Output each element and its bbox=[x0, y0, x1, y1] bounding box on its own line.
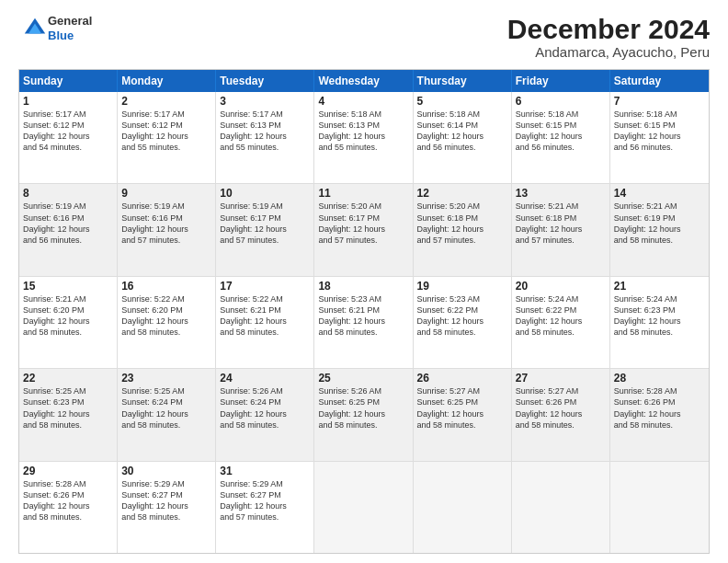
day-number: 21 bbox=[614, 280, 705, 293]
day-number: 25 bbox=[318, 372, 408, 385]
calendar-cell: 2Sunrise: 5:17 AM Sunset: 6:12 PM Daylig… bbox=[118, 92, 216, 183]
calendar-cell: 10Sunrise: 5:19 AM Sunset: 6:17 PM Dayli… bbox=[216, 184, 314, 275]
day-number: 29 bbox=[23, 465, 113, 477]
calendar-cell: 1Sunrise: 5:17 AM Sunset: 6:12 PM Daylig… bbox=[19, 92, 118, 183]
calendar-row: 29Sunrise: 5:28 AM Sunset: 6:26 PM Dayli… bbox=[19, 461, 709, 553]
day-number: 12 bbox=[417, 187, 507, 200]
calendar-header-cell: Monday bbox=[118, 70, 216, 92]
page: General Blue December 2024 Andamarca, Ay… bbox=[0, 0, 728, 563]
day-info: Sunrise: 5:18 AM Sunset: 6:13 PM Dayligh… bbox=[318, 109, 408, 154]
day-number: 14 bbox=[614, 187, 705, 200]
day-info: Sunrise: 5:19 AM Sunset: 6:16 PM Dayligh… bbox=[23, 201, 113, 246]
calendar-cell: 22Sunrise: 5:25 AM Sunset: 6:23 PM Dayli… bbox=[19, 369, 118, 460]
logo-text: General Blue bbox=[48, 14, 92, 42]
calendar-cell: 9Sunrise: 5:19 AM Sunset: 6:16 PM Daylig… bbox=[118, 184, 216, 275]
day-info: Sunrise: 5:23 AM Sunset: 6:22 PM Dayligh… bbox=[417, 293, 507, 339]
header: General Blue December 2024 Andamarca, Ay… bbox=[18, 14, 710, 60]
day-number: 3 bbox=[220, 95, 310, 108]
calendar-cell: 14Sunrise: 5:21 AM Sunset: 6:19 PM Dayli… bbox=[610, 184, 709, 275]
day-number: 5 bbox=[417, 95, 507, 108]
day-number: 27 bbox=[516, 372, 606, 385]
day-info: Sunrise: 5:18 AM Sunset: 6:14 PM Dayligh… bbox=[417, 109, 507, 154]
calendar-cell: 30Sunrise: 5:29 AM Sunset: 6:27 PM Dayli… bbox=[118, 462, 216, 553]
calendar-cell: 24Sunrise: 5:26 AM Sunset: 6:24 PM Dayli… bbox=[216, 369, 314, 460]
calendar-cell bbox=[610, 462, 709, 553]
calendar-cell: 6Sunrise: 5:18 AM Sunset: 6:15 PM Daylig… bbox=[512, 92, 610, 183]
day-number: 16 bbox=[121, 280, 211, 293]
calendar-cell: 12Sunrise: 5:20 AM Sunset: 6:18 PM Dayli… bbox=[414, 184, 512, 275]
day-info: Sunrise: 5:18 AM Sunset: 6:15 PM Dayligh… bbox=[516, 109, 606, 154]
day-number: 31 bbox=[220, 465, 310, 477]
day-info: Sunrise: 5:27 AM Sunset: 6:26 PM Dayligh… bbox=[516, 385, 606, 431]
calendar-cell: 18Sunrise: 5:23 AM Sunset: 6:21 PM Dayli… bbox=[314, 277, 413, 368]
calendar-row: 15Sunrise: 5:21 AM Sunset: 6:20 PM Dayli… bbox=[19, 276, 709, 368]
calendar-cell: 7Sunrise: 5:18 AM Sunset: 6:15 PM Daylig… bbox=[610, 92, 709, 183]
day-number: 1 bbox=[23, 95, 113, 108]
day-number: 2 bbox=[121, 95, 211, 108]
calendar-cell: 26Sunrise: 5:27 AM Sunset: 6:25 PM Dayli… bbox=[414, 369, 512, 460]
day-number: 8 bbox=[23, 187, 113, 200]
day-info: Sunrise: 5:26 AM Sunset: 6:24 PM Dayligh… bbox=[220, 385, 310, 431]
day-info: Sunrise: 5:20 AM Sunset: 6:18 PM Dayligh… bbox=[417, 201, 507, 246]
day-info: Sunrise: 5:19 AM Sunset: 6:16 PM Dayligh… bbox=[121, 201, 211, 246]
day-number: 24 bbox=[220, 372, 310, 385]
day-info: Sunrise: 5:17 AM Sunset: 6:13 PM Dayligh… bbox=[220, 109, 310, 154]
day-info: Sunrise: 5:19 AM Sunset: 6:17 PM Dayligh… bbox=[220, 201, 310, 246]
page-title: December 2024 bbox=[507, 14, 710, 44]
day-info: Sunrise: 5:25 AM Sunset: 6:24 PM Dayligh… bbox=[121, 385, 211, 431]
day-info: Sunrise: 5:21 AM Sunset: 6:20 PM Dayligh… bbox=[23, 293, 113, 339]
day-number: 9 bbox=[121, 187, 211, 200]
calendar-cell: 13Sunrise: 5:21 AM Sunset: 6:18 PM Dayli… bbox=[512, 184, 610, 275]
day-number: 18 bbox=[318, 280, 408, 293]
calendar-cell: 29Sunrise: 5:28 AM Sunset: 6:26 PM Dayli… bbox=[19, 462, 118, 553]
day-number: 28 bbox=[614, 372, 705, 385]
calendar-header-cell: Tuesday bbox=[216, 70, 314, 92]
day-info: Sunrise: 5:27 AM Sunset: 6:25 PM Dayligh… bbox=[417, 385, 507, 431]
day-info: Sunrise: 5:29 AM Sunset: 6:27 PM Dayligh… bbox=[121, 478, 211, 523]
logo-blue: Blue bbox=[48, 29, 92, 43]
calendar-cell bbox=[512, 462, 610, 553]
calendar-cell: 5Sunrise: 5:18 AM Sunset: 6:14 PM Daylig… bbox=[414, 92, 512, 183]
day-info: Sunrise: 5:28 AM Sunset: 6:26 PM Dayligh… bbox=[614, 385, 705, 431]
day-number: 15 bbox=[23, 280, 113, 293]
calendar-cell: 25Sunrise: 5:26 AM Sunset: 6:25 PM Dayli… bbox=[314, 369, 413, 460]
logo: General Blue bbox=[18, 14, 92, 42]
calendar-cell: 28Sunrise: 5:28 AM Sunset: 6:26 PM Dayli… bbox=[610, 369, 709, 460]
day-number: 6 bbox=[516, 95, 606, 108]
day-number: 30 bbox=[121, 465, 211, 477]
day-number: 26 bbox=[417, 372, 507, 385]
day-info: Sunrise: 5:24 AM Sunset: 6:23 PM Dayligh… bbox=[614, 293, 705, 339]
day-info: Sunrise: 5:21 AM Sunset: 6:18 PM Dayligh… bbox=[516, 201, 606, 246]
day-number: 11 bbox=[318, 187, 408, 200]
calendar-cell: 21Sunrise: 5:24 AM Sunset: 6:23 PM Dayli… bbox=[610, 277, 709, 368]
logo-general: General bbox=[48, 14, 92, 29]
day-info: Sunrise: 5:22 AM Sunset: 6:21 PM Dayligh… bbox=[220, 293, 310, 339]
day-number: 17 bbox=[220, 280, 310, 293]
calendar-body: 1Sunrise: 5:17 AM Sunset: 6:12 PM Daylig… bbox=[19, 92, 709, 553]
calendar-header-cell: Thursday bbox=[414, 70, 512, 92]
page-subtitle: Andamarca, Ayacucho, Peru bbox=[507, 44, 710, 60]
calendar-cell: 4Sunrise: 5:18 AM Sunset: 6:13 PM Daylig… bbox=[314, 92, 413, 183]
day-info: Sunrise: 5:18 AM Sunset: 6:15 PM Dayligh… bbox=[614, 109, 705, 154]
calendar: SundayMondayTuesdayWednesdayThursdayFrid… bbox=[18, 69, 710, 554]
day-info: Sunrise: 5:17 AM Sunset: 6:12 PM Dayligh… bbox=[121, 109, 211, 154]
day-info: Sunrise: 5:24 AM Sunset: 6:22 PM Dayligh… bbox=[516, 293, 606, 339]
day-info: Sunrise: 5:29 AM Sunset: 6:27 PM Dayligh… bbox=[220, 478, 310, 523]
title-block: December 2024 Andamarca, Ayacucho, Peru bbox=[507, 14, 710, 60]
day-info: Sunrise: 5:26 AM Sunset: 6:25 PM Dayligh… bbox=[318, 385, 408, 431]
day-number: 20 bbox=[516, 280, 606, 293]
calendar-header-cell: Wednesday bbox=[314, 70, 413, 92]
day-number: 23 bbox=[121, 372, 211, 385]
calendar-cell: 20Sunrise: 5:24 AM Sunset: 6:22 PM Dayli… bbox=[512, 277, 610, 368]
calendar-header-cell: Saturday bbox=[610, 70, 709, 92]
calendar-cell: 23Sunrise: 5:25 AM Sunset: 6:24 PM Dayli… bbox=[118, 369, 216, 460]
calendar-cell: 16Sunrise: 5:22 AM Sunset: 6:20 PM Dayli… bbox=[118, 277, 216, 368]
calendar-row: 8Sunrise: 5:19 AM Sunset: 6:16 PM Daylig… bbox=[19, 183, 709, 275]
day-number: 4 bbox=[318, 95, 408, 108]
day-info: Sunrise: 5:28 AM Sunset: 6:26 PM Dayligh… bbox=[23, 478, 113, 523]
calendar-cell: 8Sunrise: 5:19 AM Sunset: 6:16 PM Daylig… bbox=[19, 184, 118, 275]
calendar-cell: 31Sunrise: 5:29 AM Sunset: 6:27 PM Dayli… bbox=[216, 462, 314, 553]
calendar-cell: 19Sunrise: 5:23 AM Sunset: 6:22 PM Dayli… bbox=[414, 277, 512, 368]
calendar-header: SundayMondayTuesdayWednesdayThursdayFrid… bbox=[19, 70, 709, 92]
day-info: Sunrise: 5:25 AM Sunset: 6:23 PM Dayligh… bbox=[23, 385, 113, 431]
